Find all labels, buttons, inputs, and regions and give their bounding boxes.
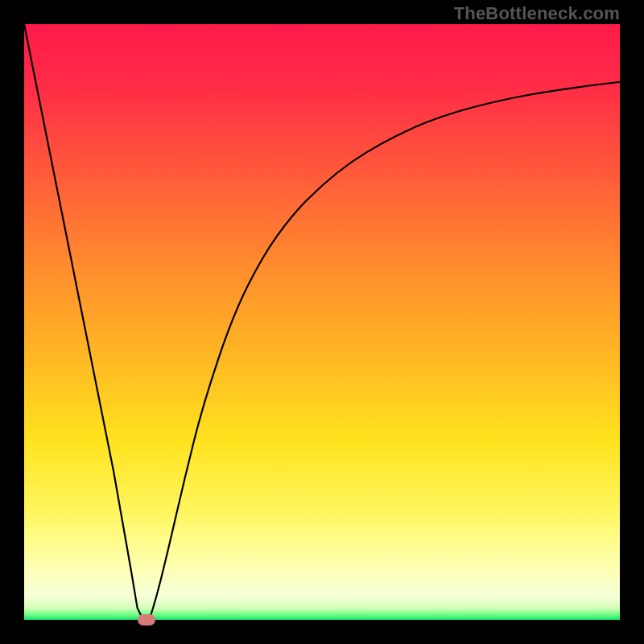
watermark-text: TheBottleneck.com [454,3,620,24]
bottleneck-curve [24,24,620,620]
curve-right [149,82,620,620]
minimum-marker [138,614,155,625]
chart-frame: TheBottleneck.com [0,0,644,644]
curve-left [24,24,143,620]
plot-area [24,24,620,620]
